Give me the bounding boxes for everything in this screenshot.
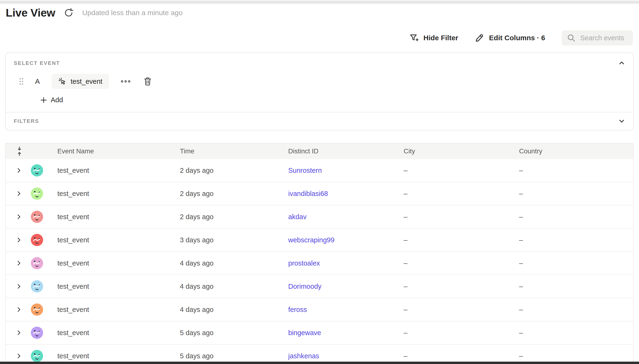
row-country: – (505, 329, 633, 337)
row-event-name: test_event (43, 260, 166, 267)
row-event-name: test_event (43, 329, 166, 337)
distinct-id-link[interactable]: bingewave (288, 329, 321, 336)
query-builder-card: SELECT EVENT A (5, 52, 634, 130)
column-header-city: City (389, 148, 505, 155)
user-avatar (31, 350, 43, 362)
row-event-name: test_event (43, 166, 166, 174)
collapse-section-button[interactable] (617, 59, 626, 67)
cursor-click-icon (58, 78, 66, 86)
row-time: 2 days ago (166, 190, 274, 198)
row-country: – (505, 166, 633, 174)
row-expand-cell (6, 164, 43, 176)
table-row[interactable]: test_event 5 days ago jashkenas – – (6, 344, 633, 364)
distinct-id-link[interactable]: prostoalex (288, 260, 320, 267)
table-row[interactable]: test_event 2 days ago akdav – – (6, 205, 633, 228)
row-city: – (389, 352, 505, 360)
row-event-name: test_event (43, 190, 166, 198)
table-row[interactable]: test_event 2 days ago ivandiblasi68 – – (6, 182, 633, 205)
row-country: – (505, 352, 633, 360)
chevron-right-icon (16, 353, 22, 359)
distinct-id-link[interactable]: akdav (288, 213, 306, 220)
page-header: Live View Updated less than a minute ago (6, 6, 182, 19)
expand-row-button[interactable] (16, 329, 22, 336)
distinct-id-link[interactable]: jashkenas (288, 352, 319, 360)
row-time: 2 days ago (166, 166, 274, 174)
row-expand-cell (6, 234, 43, 246)
row-time: 4 days ago (166, 260, 274, 267)
page-title: Live View (6, 6, 55, 19)
add-button-label: Add (51, 96, 63, 104)
select-event-section: SELECT EVENT A (6, 53, 633, 112)
collapse-all-button[interactable] (16, 146, 23, 157)
row-city: – (389, 190, 505, 198)
row-expand-cell (6, 350, 43, 362)
column-header-distinct-id: Distinct ID (274, 148, 389, 155)
search-box[interactable] (562, 30, 633, 46)
expand-row-button[interactable] (16, 260, 22, 267)
table-row[interactable]: test_event 4 days ago prostoalex – – (6, 251, 633, 274)
row-event-name: test_event (43, 213, 166, 221)
expand-row-button[interactable] (16, 352, 22, 360)
three-dots-icon (120, 79, 131, 84)
delete-clause-button[interactable] (143, 76, 153, 87)
chevron-right-icon (16, 190, 22, 197)
expand-row-button[interactable] (16, 166, 22, 174)
table-row[interactable]: test_event 3 days ago webscraping99 – – (6, 228, 633, 251)
user-avatar (31, 164, 43, 176)
chevron-right-icon (16, 260, 22, 266)
row-time: 2 days ago (166, 213, 274, 221)
hide-filter-button[interactable]: Hide Filter (409, 33, 458, 42)
refresh-button[interactable] (63, 7, 75, 19)
row-city: – (389, 260, 505, 267)
event-clause-row: A test_event (14, 74, 625, 89)
search-icon (567, 34, 575, 42)
plus-icon (40, 97, 47, 104)
add-event-button[interactable]: Add (40, 96, 63, 104)
drag-handle[interactable] (19, 77, 24, 86)
event-select-chip[interactable]: test_event (52, 74, 109, 89)
row-country: – (505, 190, 633, 198)
chevron-right-icon (16, 167, 22, 174)
event-chip-label: test_event (71, 78, 102, 86)
distinct-id-link[interactable]: feross (288, 306, 307, 313)
expand-row-button[interactable] (16, 213, 22, 220)
distinct-id-link[interactable]: Sunrostern (288, 166, 322, 174)
row-time: 4 days ago (166, 282, 274, 290)
row-time: 5 days ago (166, 329, 274, 337)
expand-row-button[interactable] (16, 190, 22, 198)
distinct-id-link[interactable]: ivandiblasi68 (288, 190, 328, 198)
bottom-edge-bar (0, 362, 639, 364)
table-header-row: Event Name Time Distinct ID City Country (6, 144, 633, 159)
chevron-right-icon (16, 237, 22, 243)
table-row[interactable]: test_event 2 days ago Sunrostern – – (6, 159, 633, 182)
row-country: – (505, 213, 633, 221)
chevron-up-icon (618, 60, 625, 66)
row-city: – (389, 236, 505, 244)
row-city: – (389, 282, 505, 290)
expand-row-button[interactable] (16, 282, 22, 290)
chevron-right-icon (16, 214, 22, 220)
refresh-icon (63, 7, 74, 18)
more-options-button[interactable] (119, 78, 132, 85)
row-expand-cell (6, 257, 43, 269)
column-header-event-name: Event Name (43, 148, 166, 155)
expand-row-button[interactable] (16, 236, 22, 244)
user-avatar (31, 326, 43, 339)
distinct-id-link[interactable]: Dorimoody (288, 282, 321, 290)
row-country: – (505, 306, 633, 314)
expand-row-button[interactable] (16, 306, 22, 313)
table-row[interactable]: test_event 5 days ago bingewave – – (6, 321, 633, 344)
table-row[interactable]: test_event 4 days ago Dorimoody – – (6, 274, 633, 298)
chevron-right-icon (16, 306, 22, 313)
table-row[interactable]: test_event 4 days ago feross – – (6, 298, 633, 321)
row-time: 4 days ago (166, 306, 274, 314)
edit-columns-label: Edit Columns · 6 (489, 34, 545, 42)
user-avatar (31, 280, 43, 292)
user-avatar (31, 304, 43, 316)
edit-columns-button[interactable]: Edit Columns · 6 (475, 33, 545, 42)
filters-section-toggle[interactable]: FILTERS (6, 112, 633, 130)
row-time: 3 days ago (166, 236, 274, 244)
pencil-icon (475, 33, 484, 42)
search-input[interactable] (580, 34, 632, 42)
distinct-id-link[interactable]: webscraping99 (288, 236, 334, 244)
